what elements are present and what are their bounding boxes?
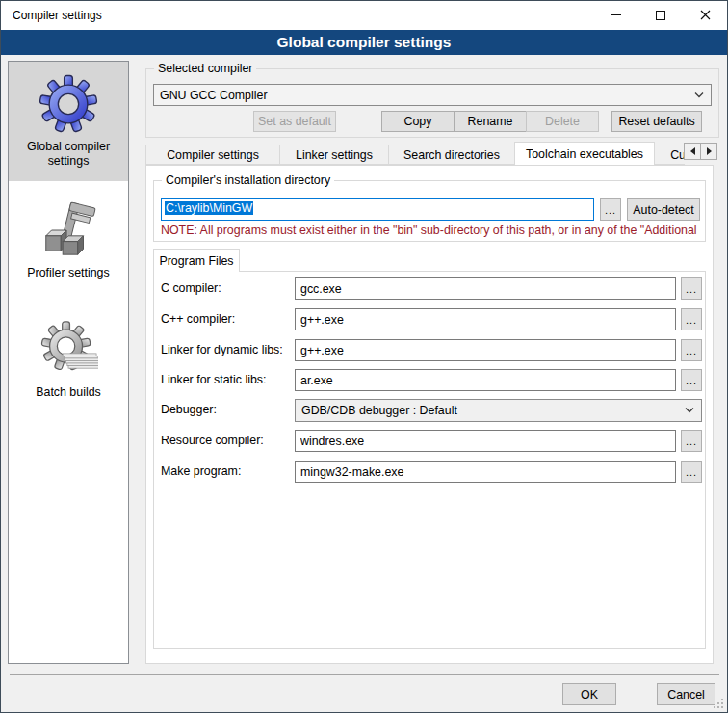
browse-static-linker-button[interactable]: ...: [681, 369, 702, 391]
field-label: C++ compiler:: [161, 312, 235, 326]
reset-defaults-button[interactable]: Reset defaults: [611, 111, 702, 132]
c-compiler-input[interactable]: [295, 277, 676, 300]
close-icon: [700, 10, 711, 20]
form-row-make-program: Make program: ...: [161, 461, 702, 484]
sidebar-item-batch-builds[interactable]: Batch builds: [9, 301, 128, 420]
form-row-dynamic-linker: Linker for dynamic libs: ...: [161, 339, 702, 362]
resize-grip[interactable]: [721, 706, 723, 708]
dialog-banner: Global compiler settings: [1, 30, 727, 55]
compiler-select[interactable]: GNU GCC Compiler: [153, 84, 712, 106]
browse-make-program-button[interactable]: ...: [681, 461, 702, 483]
maximize-button[interactable]: [638, 1, 683, 29]
browse-c-compiler-button[interactable]: ...: [681, 277, 702, 300]
scroll-tabs-left-button[interactable]: [684, 143, 701, 160]
browse-directory-button[interactable]: ...: [600, 198, 621, 221]
footer-separator: [10, 674, 719, 675]
scroll-right-icon: [707, 147, 715, 155]
tab-search-directories[interactable]: Search directories: [388, 145, 515, 165]
debugger-select[interactable]: GDB/CDB debugger : Default: [295, 399, 702, 422]
caliper-icon: [39, 200, 98, 260]
window-title: Compiler settings: [13, 9, 102, 22]
form-row-debugger: Debugger: GDB/CDB debugger : Default: [161, 399, 702, 422]
copy-button[interactable]: Copy: [381, 111, 455, 132]
browse-cpp-compiler-button[interactable]: ...: [681, 308, 702, 330]
form-row-resource-compiler: Resource compiler: ...: [161, 430, 702, 453]
window-controls: [594, 1, 727, 29]
field-label: Linker for static libs:: [161, 373, 267, 386]
compiler-select-value: GNU GCC Compiler: [160, 89, 268, 102]
installation-directory-value: C:\raylib\MinGW: [165, 201, 253, 215]
field-label: Linker for dynamic libs:: [161, 343, 283, 356]
sidebar-item-profiler-settings[interactable]: Profiler settings: [9, 181, 128, 301]
installation-directory-input[interactable]: C:\raylib\MinGW: [161, 198, 594, 221]
gear-stack-icon: [39, 320, 98, 380]
scroll-left-icon: [687, 147, 695, 155]
ok-button[interactable]: OK: [562, 683, 616, 705]
static-linker-input[interactable]: [295, 369, 676, 391]
cancel-button[interactable]: Cancel: [657, 683, 715, 705]
maximize-icon: [656, 11, 665, 20]
bin-subdirectory-note: NOTE: All programs must exist either in …: [161, 224, 700, 237]
compiler-tabs: Compiler settingsLinker settingsSearch d…: [145, 142, 685, 165]
field-label: C compiler:: [161, 281, 221, 295]
chevron-down-icon: [694, 92, 704, 98]
sidebar-item-label: Profiler settings: [23, 266, 113, 281]
form-row-c-compiler: C compiler: ...: [161, 277, 702, 301]
minimize-button[interactable]: [594, 1, 638, 29]
cpp-compiler-input[interactable]: [295, 308, 676, 330]
scroll-tabs-right-button[interactable]: [700, 143, 717, 160]
make-program-input[interactable]: [295, 461, 676, 483]
settings-category-list: Global compiler settings Profiler s: [8, 61, 129, 664]
field-label: Make program:: [161, 464, 241, 478]
tab-custom-variables[interactable]: Custom variables: [654, 145, 685, 165]
gear-blue-icon: [39, 74, 98, 134]
compiler-settings-dialog: Compiler settings Global compiler settin…: [0, 0, 728, 713]
minimize-icon: [611, 14, 621, 15]
group-label: Selected compiler: [154, 62, 256, 75]
sidebar-item-global-compiler-settings[interactable]: Global compiler settings: [9, 62, 128, 181]
tab-toolchain-executables[interactable]: Toolchain executables: [514, 142, 655, 165]
titlebar: Compiler settings: [1, 1, 727, 30]
group-label: Compiler's installation directory: [162, 173, 334, 187]
tab-linker-settings[interactable]: Linker settings: [279, 145, 389, 165]
sidebar-item-label: Global compiler settings: [9, 140, 128, 170]
tab-compiler-settings[interactable]: Compiler settings: [145, 145, 280, 165]
tab-scroll-buttons: [685, 143, 717, 160]
resource-compiler-input[interactable]: [295, 430, 676, 452]
set-as-default-button[interactable]: Set as default: [253, 111, 336, 132]
debugger-select-value: GDB/CDB debugger : Default: [301, 404, 457, 417]
chevron-down-icon: [685, 408, 694, 413]
browse-resource-compiler-button[interactable]: ...: [681, 430, 702, 452]
close-button[interactable]: [683, 1, 727, 29]
dynamic-linker-input[interactable]: [295, 339, 676, 361]
form-row-cpp-compiler: C++ compiler: ...: [161, 308, 702, 331]
form-row-static-linker: Linker for static libs: ...: [161, 369, 702, 392]
field-label: Debugger:: [161, 403, 217, 416]
sidebar-item-label: Batch builds: [32, 385, 105, 401]
delete-button[interactable]: Delete: [526, 111, 599, 132]
browse-dynamic-linker-button[interactable]: ...: [681, 339, 702, 361]
subtab-program-files[interactable]: Program Files: [153, 249, 240, 272]
auto-detect-button[interactable]: Auto-detect: [627, 198, 700, 221]
field-label: Resource compiler:: [161, 434, 264, 447]
rename-button[interactable]: Rename: [454, 111, 527, 132]
